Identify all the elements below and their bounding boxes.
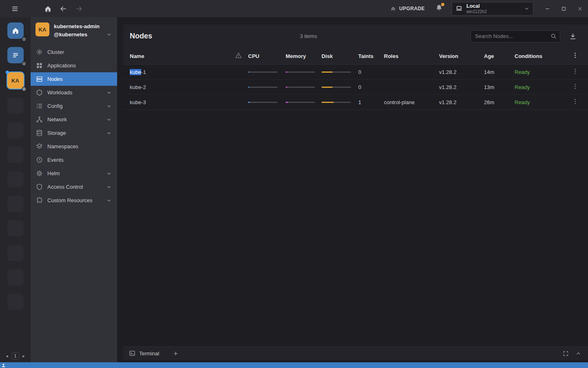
chevron-down-icon[interactable] — [106, 90, 112, 96]
column-header-memory[interactable]: Memory — [286, 53, 322, 59]
sidebar-item-nodes[interactable]: Nodes — [31, 72, 117, 86]
column-header-roles[interactable]: Roles — [384, 53, 439, 59]
active-cluster-tile[interactable]: KA ⚙ — [7, 71, 24, 89]
hotbar-empty-slot[interactable] — [7, 122, 24, 138]
node-taints: 0 — [358, 69, 384, 75]
notifications-button[interactable] — [435, 4, 443, 13]
sidebar-item-network[interactable]: Network — [31, 113, 117, 126]
home-icon[interactable] — [44, 5, 52, 13]
catalog-list-tile[interactable]: ⚙ — [7, 47, 24, 63]
node-row[interactable]: kube-10v1.28.214mReady — [123, 65, 588, 80]
hotbar-empty-slot[interactable] — [7, 245, 24, 261]
upgrade-button[interactable]: UPGRADE — [390, 6, 425, 12]
sidebar-item-applications[interactable]: Applications — [31, 59, 117, 72]
column-header-cpu[interactable]: CPU — [248, 53, 286, 59]
hotbar-empty-slot[interactable] — [7, 147, 24, 163]
sidebar-item-helm[interactable]: Helm — [31, 167, 117, 180]
sidebar-item-events[interactable]: Events — [31, 153, 117, 167]
node-row[interactable]: kube-31control-planev1.28.226mReady — [123, 95, 588, 110]
gear-badge-icon: ⚙ — [22, 61, 27, 67]
sidebar-menu: ClusterApplicationsNodesWorkloadsConfigN… — [31, 45, 117, 207]
chevron-down-icon[interactable] — [106, 184, 112, 190]
memory-usage-bar — [286, 71, 315, 73]
page-header: Nodes 3 items — [123, 25, 588, 48]
download-icon[interactable] — [569, 33, 577, 40]
cluster-initials: KA — [11, 78, 19, 84]
hotbar-empty-slot[interactable] — [7, 171, 24, 187]
helm-icon — [36, 170, 43, 177]
search-input[interactable] — [470, 30, 560, 42]
row-menu-cell — [572, 98, 588, 106]
sidebar-item-custom-resources[interactable]: Custom Resources — [31, 194, 117, 207]
cpu-usage-bar — [248, 102, 277, 103]
node-conditions: Ready — [515, 99, 572, 105]
sidebar-item-label: Config — [47, 103, 63, 109]
next-page-icon[interactable]: ► — [22, 354, 26, 358]
column-header-disk[interactable]: Disk — [322, 53, 358, 59]
disk-cell — [322, 87, 358, 88]
chevron-down-icon[interactable] — [106, 198, 112, 203]
chevron-down-icon[interactable] — [106, 117, 112, 123]
chevron-down-icon[interactable] — [106, 103, 112, 109]
minimize-button[interactable] — [539, 0, 555, 17]
namespaces-icon — [36, 143, 43, 150]
column-header-taints[interactable]: Taints — [358, 53, 384, 59]
close-button[interactable] — [572, 0, 588, 17]
node-name[interactable]: kube-1 — [123, 69, 235, 75]
disk-usage-bar — [322, 87, 351, 88]
column-header-name[interactable]: Name — [123, 53, 235, 59]
user-icon[interactable] — [1, 363, 6, 368]
cluster-switcher-dropdown[interactable]: Local win1122h2 — [452, 2, 533, 16]
column-header-conditions[interactable]: Conditions — [515, 53, 572, 59]
status-bar — [0, 362, 588, 368]
row-menu-icon[interactable] — [572, 83, 579, 90]
sidebar-item-workloads[interactable]: Workloads — [31, 86, 117, 99]
node-name[interactable]: kube-2 — [123, 84, 235, 90]
hotbar-empty-slot[interactable] — [7, 196, 24, 212]
sidebar-item-label: Cluster — [47, 49, 64, 55]
node-taints: 0 — [358, 84, 384, 90]
search-icon[interactable] — [550, 33, 557, 40]
memory-usage-bar — [286, 102, 315, 103]
sidebar-item-cluster[interactable]: Cluster — [31, 45, 117, 59]
row-menu-icon[interactable] — [572, 68, 579, 75]
page-number: 1 — [11, 352, 19, 359]
open-dock-icon[interactable] — [575, 350, 581, 357]
sidebar-item-storage[interactable]: Storage — [31, 126, 117, 140]
selected-text: kube — [130, 69, 141, 75]
hamburger-menu-icon[interactable] — [11, 5, 19, 13]
account-header[interactable]: KA kubernetes-admin@kubernetes — [31, 17, 117, 45]
hotbar-empty-slot[interactable] — [7, 98, 24, 114]
column-header-version[interactable]: Version — [439, 53, 484, 59]
hotbar-empty-slot[interactable] — [7, 294, 24, 310]
cpu-cell — [248, 87, 286, 88]
hotbar-empty-slot[interactable] — [7, 220, 24, 236]
sidebar-item-namespaces[interactable]: Namespaces — [31, 140, 117, 153]
chevron-down-icon[interactable] — [106, 130, 112, 136]
maximize-button[interactable] — [555, 0, 572, 17]
hotbar-empty-slot[interactable] — [7, 269, 24, 285]
hotbar-pager: ◄ 1 ► — [5, 352, 26, 359]
gear-badge-icon: ⚙ — [22, 87, 27, 92]
search-box — [470, 30, 560, 42]
node-row[interactable]: kube-20v1.28.213mReady — [123, 80, 588, 95]
prev-page-icon[interactable]: ◄ — [5, 354, 9, 358]
puzzle-icon — [36, 197, 43, 204]
forward-icon[interactable] — [75, 5, 83, 13]
node-name[interactable]: kube-3 — [123, 99, 235, 105]
back-icon[interactable] — [60, 5, 67, 13]
sidebar-item-access-control[interactable]: Access Control — [31, 180, 117, 194]
column-header-age[interactable]: Age — [484, 53, 515, 59]
new-terminal-tab-icon[interactable] — [173, 350, 179, 357]
terminal-tab[interactable]: Terminal — [139, 350, 159, 357]
catalog-home-tile[interactable]: ⚙ — [7, 22, 24, 39]
expand-dock-icon[interactable] — [563, 350, 569, 357]
workspace: ⚙ ⚙ KA ⚙ ◄ 1 ► KA kubernetes-admin@kube — [0, 17, 588, 362]
table-menu-icon[interactable] — [572, 52, 579, 59]
sidebar-item-config[interactable]: Config — [31, 99, 117, 113]
cluster-account-name: kubernetes-admin@kubernetes — [54, 22, 102, 39]
sidebar-item-label: Custom Resources — [47, 197, 93, 203]
gear-badge-icon: ⚙ — [22, 37, 27, 42]
chevron-down-icon[interactable] — [106, 171, 112, 176]
row-menu-icon[interactable] — [572, 98, 579, 105]
